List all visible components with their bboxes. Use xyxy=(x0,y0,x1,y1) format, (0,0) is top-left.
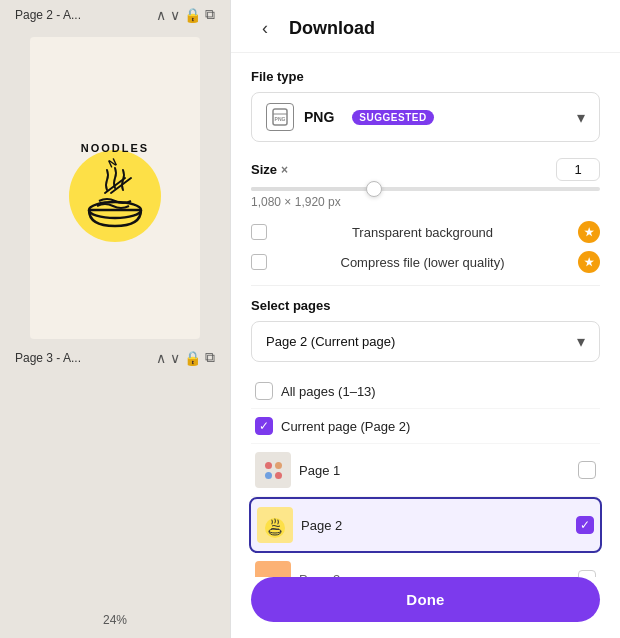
canvas-bottom-bar: 24% xyxy=(0,602,230,638)
transparent-bg-label: Transparent background xyxy=(352,225,493,240)
size-label: Size × xyxy=(251,162,288,177)
size-multiplier: × xyxy=(281,163,288,177)
page3-lock-icon[interactable]: 🔒 xyxy=(184,350,201,366)
page3-up-icon[interactable]: ∧ xyxy=(156,350,166,366)
file-svg-icon: PNG xyxy=(270,107,290,127)
dot1 xyxy=(265,462,272,469)
canvas-area: Page 2 - A... ∧ ∨ 🔒 ⧉ xyxy=(0,0,230,638)
page3-checkbox[interactable] xyxy=(578,570,596,577)
page2-list-label: Page 2 xyxy=(301,518,576,533)
panel-body: File type PNG PNG SUGGESTED ▾ Size × xyxy=(231,53,620,577)
pages-dropdown[interactable]: Page 2 (Current page) ▾ xyxy=(251,321,600,362)
panel-title: Download xyxy=(289,18,375,39)
page3-copy-icon[interactable]: ⧉ xyxy=(205,349,215,366)
file-type-chevron-icon: ▾ xyxy=(577,108,585,127)
size-input[interactable] xyxy=(556,158,600,181)
compress-label: Compress file (lower quality) xyxy=(341,255,505,270)
page2-preview: N NOODLES xyxy=(30,37,200,339)
page1-checkbox[interactable] xyxy=(578,461,596,479)
page3-controls: ∧ ∨ 🔒 ⧉ xyxy=(156,349,215,366)
noodle-logo-svg: N NOODLES xyxy=(55,128,175,248)
pages-dropdown-chevron-icon: ▾ xyxy=(577,332,585,351)
dot4 xyxy=(275,472,282,479)
page2-label-text: Page 2 - A... xyxy=(15,8,81,22)
page2-thumb-svg xyxy=(261,511,289,539)
pages-dropdown-value: Page 2 (Current page) xyxy=(266,334,395,349)
png-file-icon: PNG xyxy=(266,103,294,131)
select-pages-label: Select pages xyxy=(251,298,600,313)
dot2 xyxy=(275,462,282,469)
svg-text:NOODLES: NOODLES xyxy=(81,142,149,154)
file-type-left: PNG PNG SUGGESTED xyxy=(266,103,434,131)
current-page-label: Current page (Page 2) xyxy=(281,419,596,434)
page2-checkbox[interactable]: ✓ xyxy=(576,516,594,534)
page2-copy-icon[interactable]: ⧉ xyxy=(205,6,215,23)
download-panel: ‹ Download File type PNG PNG SUGGESTED ▾ xyxy=(230,0,620,638)
all-pages-checkbox[interactable] xyxy=(255,382,273,400)
page2-item[interactable]: Page 2 ✓ xyxy=(249,497,602,553)
transparent-bg-checkbox[interactable] xyxy=(251,224,267,240)
current-page-item[interactable]: ✓ Current page (Page 2) xyxy=(251,409,600,444)
size-row: Size × xyxy=(251,158,600,181)
page1-thumb xyxy=(255,452,291,488)
compress-pro-icon: ★ xyxy=(578,251,600,273)
all-pages-label: All pages (1–13) xyxy=(281,384,596,399)
page2-down-icon[interactable]: ∨ xyxy=(170,7,180,23)
page2-thumb xyxy=(257,507,293,543)
zoom-level: 24% xyxy=(103,613,127,627)
file-type-dropdown[interactable]: PNG PNG SUGGESTED ▾ xyxy=(251,92,600,142)
page3-thumb xyxy=(255,561,291,577)
done-button[interactable]: Done xyxy=(251,577,600,622)
page2-controls: ∧ ∨ 🔒 ⧉ xyxy=(156,6,215,23)
dimensions-text: 1,080 × 1,920 px xyxy=(251,195,600,209)
current-page-checkbox[interactable]: ✓ xyxy=(255,417,273,435)
file-type-name: PNG xyxy=(304,109,334,125)
compress-checkbox[interactable] xyxy=(251,254,267,270)
suggested-badge: SUGGESTED xyxy=(352,110,433,125)
dot3 xyxy=(265,472,272,479)
size-label-text: Size xyxy=(251,162,277,177)
page3-label-text: Page 3 - A... xyxy=(15,351,81,365)
page2-label-row: Page 2 - A... ∧ ∨ 🔒 ⧉ xyxy=(15,0,215,27)
slider-fill xyxy=(251,187,373,191)
compress-row: Compress file (lower quality) ★ xyxy=(251,251,600,273)
slider-track xyxy=(251,187,600,191)
page1-thumb-dots xyxy=(261,458,286,483)
page1-label: Page 1 xyxy=(299,463,578,478)
page3-label-row: Page 3 - A... ∧ ∨ 🔒 ⧉ xyxy=(15,343,215,370)
page1-item[interactable]: Page 1 xyxy=(251,444,600,497)
all-pages-item[interactable]: All pages (1–13) xyxy=(251,374,600,409)
back-button[interactable]: ‹ xyxy=(251,14,279,42)
panel-header: ‹ Download xyxy=(231,0,620,53)
file-type-label: File type xyxy=(251,69,600,84)
page3-down-icon[interactable]: ∨ xyxy=(170,350,180,366)
svg-text:PNG: PNG xyxy=(275,116,286,122)
page2-up-icon[interactable]: ∧ xyxy=(156,7,166,23)
transparent-bg-row: Transparent background ★ xyxy=(251,221,600,243)
page2-preview-inner: N NOODLES xyxy=(30,37,200,339)
slider-container xyxy=(251,187,600,191)
divider-1 xyxy=(251,285,600,286)
page2-lock-icon[interactable]: 🔒 xyxy=(184,7,201,23)
page3-item[interactable]: Page 3 xyxy=(251,553,600,577)
transparent-bg-pro-icon: ★ xyxy=(578,221,600,243)
page3-label: Page 3 xyxy=(299,572,578,578)
